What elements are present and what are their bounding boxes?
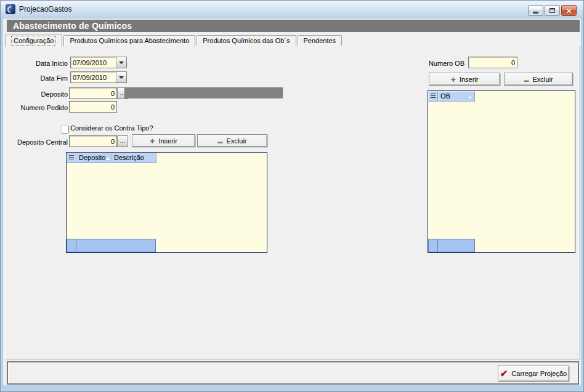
- deposito-grid-header: Deposito Descrição: [67, 153, 156, 163]
- ob-grid-footer: [428, 239, 475, 252]
- column-header-deposito[interactable]: Deposito: [76, 153, 112, 163]
- excluir-deposito-label: Excluir: [226, 137, 246, 145]
- minus-icon: [217, 137, 222, 145]
- app-icon: [6, 4, 15, 14]
- inserir-ob-label: Inserir: [460, 76, 479, 83]
- carregar-projecao-label: Carregar Projeção: [511, 370, 567, 377]
- deposito-input[interactable]: [69, 87, 117, 99]
- column-header-descricao[interactable]: Descrição: [112, 153, 156, 163]
- chevron-down-icon: [119, 76, 124, 79]
- tab-produtos-quimicos-abastecimento[interactable]: Produtos Químicos para Abastecimento: [63, 35, 195, 46]
- data-inicio-combo: [70, 57, 127, 68]
- check-icon: [500, 368, 508, 379]
- sort-ascending-icon: [468, 95, 472, 98]
- ob-grid[interactable]: OB: [428, 90, 575, 253]
- app-window: ProjecaoGastos Abastecimento de Químicos…: [0, 0, 584, 392]
- numero-ob-label: Numero OB: [402, 59, 464, 68]
- tabstrip: Configuração Produtos Químicos para Abas…: [5, 33, 343, 46]
- plus-icon: [150, 137, 155, 145]
- minus-icon: [524, 76, 529, 83]
- close-button[interactable]: [561, 5, 577, 16]
- data-fim-combo: [70, 71, 127, 83]
- deposito-grid[interactable]: Deposito Descrição: [66, 152, 267, 253]
- row-indicator-header: [428, 91, 438, 102]
- window-controls: [528, 5, 577, 16]
- minimize-button[interactable]: [528, 5, 543, 16]
- row-indicator-header: [67, 153, 76, 163]
- excluir-deposito-button[interactable]: Excluir: [197, 134, 267, 147]
- data-fim-dropdown-button[interactable]: [116, 72, 126, 82]
- deposito-central-input[interactable]: [69, 135, 117, 147]
- tab-pendentes[interactable]: Pendentes: [298, 35, 343, 46]
- data-fim-input[interactable]: [71, 72, 116, 82]
- inserir-deposito-label: Inserir: [158, 137, 177, 145]
- numero-ob-input[interactable]: [468, 57, 517, 68]
- data-inicio-label: Data Inicio: [6, 59, 68, 68]
- data-inicio-dropdown-button[interactable]: [116, 57, 126, 68]
- maximize-button[interactable]: [545, 5, 560, 16]
- numero-pedido-label: Numero Pedido: [6, 103, 68, 112]
- maximize-icon: [550, 8, 555, 13]
- sort-ascending-icon: [105, 156, 110, 160]
- footer-panel: Carregar Projeção: [7, 361, 579, 385]
- column-header-ob[interactable]: OB: [438, 91, 475, 102]
- inserir-ob-button[interactable]: Inserir: [429, 73, 500, 86]
- tab-produtos-quimicos-obs[interactable]: Produtos Químicos das Ob´s: [197, 35, 296, 46]
- excluir-ob-label: Excluir: [532, 76, 553, 83]
- excluir-ob-button[interactable]: Excluir: [504, 73, 573, 86]
- carregar-projecao-button[interactable]: Carregar Projeção: [498, 366, 569, 382]
- deposito-description-bar: [124, 87, 283, 98]
- window-title: ProjecaoGastos: [19, 1, 71, 18]
- plus-icon: [451, 76, 456, 83]
- data-inicio-input[interactable]: [71, 57, 116, 68]
- chevron-down-icon: [119, 62, 124, 64]
- close-icon: [566, 5, 572, 16]
- deposito-central-browse-button[interactable]: ...: [117, 135, 128, 147]
- data-fim-label: Data Fim: [6, 74, 68, 82]
- titlebar: ProjecaoGastos: [1, 1, 583, 18]
- row-indicator-icon: [69, 155, 74, 161]
- page-title: Abastecimento de Químicos: [7, 20, 580, 32]
- contra-tipo-label: Considerar os Contra Tipo?: [70, 124, 193, 132]
- minimize-icon: [533, 12, 538, 14]
- deposito-central-label: Deposito Central: [6, 138, 68, 146]
- deposito-label: Deposito: [6, 90, 68, 98]
- client-area: Abastecimento de Químicos Configuração P…: [3, 18, 581, 385]
- inserir-deposito-button[interactable]: Inserir: [132, 134, 195, 147]
- tab-configuracao[interactable]: Configuração: [5, 34, 62, 47]
- numero-pedido-input[interactable]: [69, 101, 117, 113]
- contra-tipo-checkbox[interactable]: [61, 126, 69, 134]
- deposito-grid-footer: [67, 239, 156, 252]
- row-indicator-icon: [431, 94, 436, 99]
- ob-grid-header: OB: [428, 91, 475, 102]
